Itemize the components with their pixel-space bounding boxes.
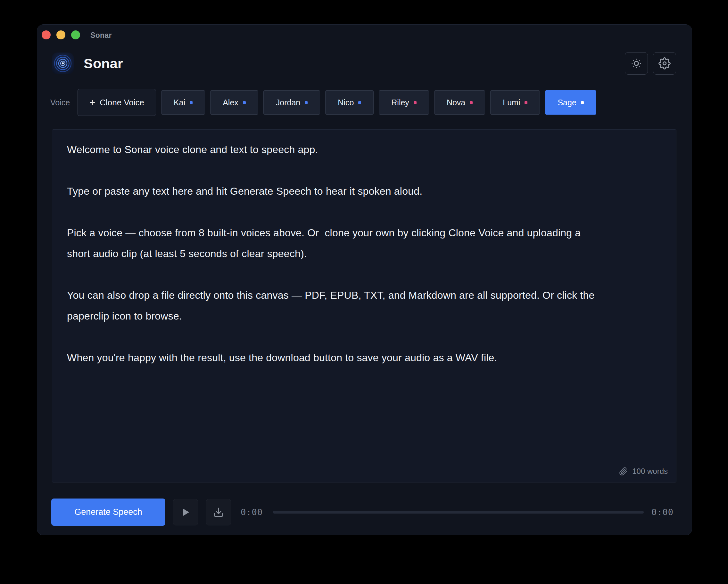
text-editor-canvas[interactable]: Welcome to Sonar voice clone and text to…: [52, 129, 676, 482]
generate-speech-button[interactable]: Generate Speech: [51, 499, 165, 526]
voice-chip-dot: [524, 101, 527, 104]
app-title: Sonar: [84, 56, 123, 72]
elapsed-time: 0:00: [241, 507, 263, 517]
close-button[interactable]: [42, 30, 51, 39]
play-button[interactable]: [173, 499, 198, 525]
clone-voice-button[interactable]: + Clone Voice: [78, 89, 156, 116]
voice-label: Voice: [50, 98, 70, 107]
sun-icon: [631, 58, 642, 69]
voice-bar: Voice + Clone Voice KaiAlexJordanNicoRil…: [50, 89, 676, 116]
voice-chip-dot: [581, 101, 584, 104]
attach-file-button[interactable]: [619, 467, 628, 476]
theme-toggle-button[interactable]: [625, 52, 648, 75]
editor-footer: 100 words: [619, 467, 668, 476]
zoom-button[interactable]: [71, 30, 80, 39]
voice-chip-dot: [190, 101, 192, 104]
voice-chip-label: Jordan: [276, 98, 300, 107]
voice-chip-label: Kai: [174, 98, 185, 107]
voice-chip-lumi[interactable]: Lumi: [490, 90, 540, 115]
app-header: Sonar: [52, 52, 676, 75]
editor-text[interactable]: Welcome to Sonar voice clone and text to…: [52, 130, 620, 378]
word-count: 100 words: [632, 467, 668, 476]
voice-chip-label: Alex: [223, 98, 238, 107]
sonar-logo-icon: [52, 52, 74, 75]
app-window: Sonar Sonar: [37, 24, 692, 535]
voice-chip-nova[interactable]: Nova: [434, 90, 485, 115]
play-icon: [181, 507, 190, 517]
voice-chip-dot: [243, 101, 246, 104]
voice-chip-dot: [414, 101, 417, 104]
plus-icon: +: [89, 98, 95, 108]
download-icon: [213, 507, 224, 518]
clone-voice-label: Clone Voice: [100, 98, 144, 108]
voice-chip-label: Riley: [391, 98, 409, 107]
gear-icon: [658, 57, 671, 69]
voice-chip-kai[interactable]: Kai: [161, 90, 205, 115]
download-button[interactable]: [206, 499, 231, 525]
voice-chip-label: Sage: [557, 98, 576, 107]
player-bar: Generate Speech 0:00 0:00: [51, 499, 674, 526]
paperclip-icon: [619, 467, 628, 476]
voice-chip-list: KaiAlexJordanNicoRileyNovaLumiSage: [161, 90, 596, 115]
voice-chip-riley[interactable]: Riley: [379, 90, 429, 115]
window-controls: [42, 30, 80, 39]
voice-chip-dot: [470, 101, 473, 104]
minimize-button[interactable]: [56, 30, 66, 39]
voice-chip-label: Nico: [338, 98, 354, 107]
voice-chip-dot: [358, 101, 361, 104]
voice-chip-nico[interactable]: Nico: [325, 90, 373, 115]
voice-chip-label: Lumi: [503, 98, 520, 107]
voice-chip-jordan[interactable]: Jordan: [263, 90, 320, 115]
voice-chip-sage[interactable]: Sage: [545, 90, 596, 115]
seek-bar[interactable]: [273, 511, 644, 513]
window-title: Sonar: [90, 31, 112, 40]
total-time: 0:00: [651, 507, 674, 517]
voice-chip-alex[interactable]: Alex: [210, 90, 258, 115]
header-actions: [625, 52, 676, 75]
settings-button[interactable]: [653, 52, 676, 75]
voice-chip-dot: [305, 101, 308, 104]
voice-chip-label: Nova: [447, 98, 465, 107]
